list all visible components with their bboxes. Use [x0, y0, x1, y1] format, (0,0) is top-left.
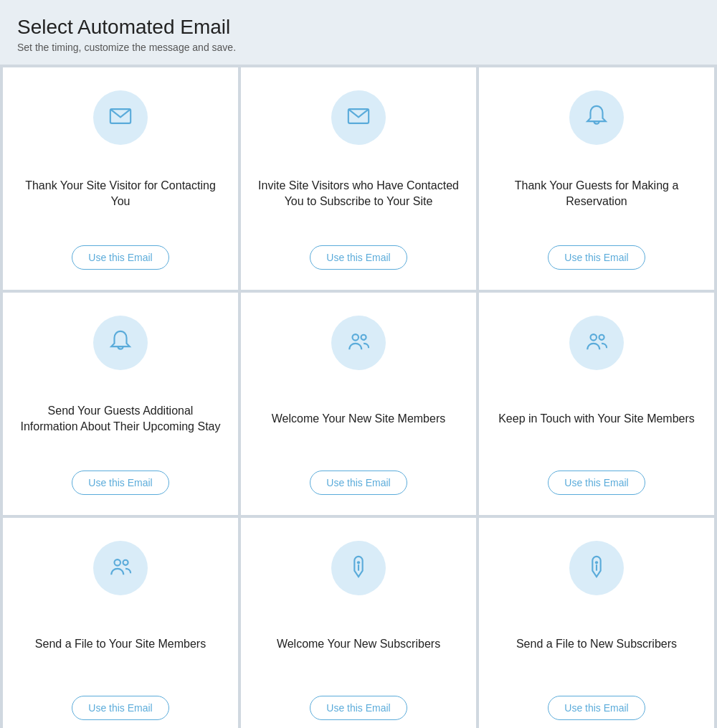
users-icon — [584, 329, 609, 356]
card-icon-wrapper — [93, 316, 148, 370]
card-title: Welcome Your New Subscribers — [277, 610, 440, 679]
svg-point-12 — [595, 561, 598, 564]
card-icon-wrapper — [569, 316, 624, 370]
email-card-5: Welcome Your New Site Members Use this E… — [241, 293, 476, 515]
email-card-7: Send a File to Your Site Members Use thi… — [3, 518, 238, 728]
email-card-6: Keep in Touch with Your Site Members Use… — [479, 293, 714, 515]
use-email-button[interactable]: Use this Email — [72, 245, 168, 270]
email-card-2: Invite Site Visitors who Have Contacted … — [241, 67, 476, 290]
card-title: Send Your Guests Additional Information … — [20, 384, 221, 453]
svg-point-6 — [591, 334, 597, 341]
email-card-8: Welcome Your New Subscribers Use this Em… — [241, 518, 476, 728]
svg-point-5 — [361, 335, 366, 340]
page-subtitle: Set the timing, customize the message an… — [17, 42, 700, 53]
svg-point-7 — [599, 335, 604, 340]
card-title: Keep in Touch with Your Site Members — [498, 384, 695, 453]
card-icon-wrapper — [331, 90, 386, 145]
email-card-4: Send Your Guests Additional Information … — [3, 293, 238, 515]
pen-icon — [584, 554, 609, 582]
card-title: Thank Your Site Visitor for Contacting Y… — [20, 159, 221, 228]
card-icon-wrapper — [331, 316, 386, 370]
users-icon — [346, 329, 371, 356]
card-title: Send a File to Your Site Members — [35, 610, 206, 679]
svg-point-10 — [357, 561, 360, 564]
email-card-3: Thank Your Guests for Making a Reservati… — [479, 67, 714, 290]
email-card-1: Thank Your Site Visitor for Contacting Y… — [3, 67, 238, 290]
email-card-9: Send a File to New Subscribers Use this … — [479, 518, 714, 728]
svg-point-9 — [123, 560, 128, 565]
use-email-button[interactable]: Use this Email — [548, 471, 645, 495]
use-email-button[interactable]: Use this Email — [310, 245, 407, 270]
use-email-button[interactable]: Use this Email — [310, 696, 407, 720]
card-icon-wrapper — [93, 541, 148, 595]
svg-point-4 — [353, 334, 359, 341]
svg-point-8 — [115, 559, 121, 566]
card-icon-wrapper — [569, 541, 624, 595]
page-title: Select Automated Email — [17, 16, 700, 39]
use-email-button[interactable]: Use this Email — [72, 471, 168, 495]
card-icon-wrapper — [331, 541, 386, 595]
mail-icon — [108, 104, 133, 131]
bell-icon — [108, 329, 133, 356]
email-grid: Thank Your Site Visitor for Contacting Y… — [0, 65, 717, 728]
card-title: Send a File to New Subscribers — [516, 610, 677, 679]
use-email-button[interactable]: Use this Email — [548, 245, 645, 270]
use-email-button[interactable]: Use this Email — [72, 696, 168, 720]
card-icon-wrapper — [93, 90, 148, 145]
card-title: Welcome Your New Site Members — [272, 384, 445, 453]
use-email-button[interactable]: Use this Email — [310, 471, 407, 495]
card-title: Invite Site Visitors who Have Contacted … — [258, 159, 459, 228]
use-email-button[interactable]: Use this Email — [548, 696, 645, 720]
bell-icon — [584, 104, 609, 131]
card-icon-wrapper — [569, 90, 624, 145]
users-icon — [108, 554, 133, 582]
page-header: Select Automated Email Set the timing, c… — [0, 0, 717, 65]
pen-icon — [346, 554, 371, 582]
mail-icon — [346, 104, 371, 131]
card-title: Thank Your Guests for Making a Reservati… — [496, 159, 697, 228]
